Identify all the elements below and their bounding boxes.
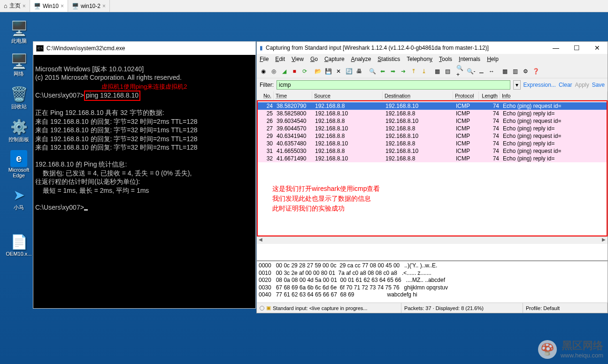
- tb-filters-icon[interactable]: ▦: [500, 67, 509, 76]
- app-icon: ➤: [9, 185, 28, 204]
- menu-view[interactable]: View: [292, 56, 304, 62]
- tab-label: win10-2: [81, 3, 100, 9]
- tb-close-icon[interactable]: ✕: [334, 67, 343, 76]
- save-button[interactable]: Save: [592, 82, 605, 88]
- packet-row[interactable]: 2940.6341940192.168.8.8192.168.8.10ICMP7…: [258, 132, 607, 140]
- tb-resize-icon[interactable]: ↔: [487, 67, 496, 76]
- menu-go[interactable]: Go: [310, 56, 318, 62]
- tb-reload-icon[interactable]: 🔄: [344, 67, 354, 76]
- scroll-left-icon[interactable]: ◀: [257, 237, 264, 244]
- tab-win10[interactable]: 🖥️ Win10 ×: [30, 0, 68, 12]
- status-profile[interactable]: Profile: Default: [523, 303, 608, 313]
- status-input[interactable]: ▣ Standard input: <live capture in progr…: [257, 303, 401, 313]
- home-icon: ⌂: [4, 2, 8, 9]
- minimize-button[interactable]: —: [548, 44, 563, 52]
- cmd-body[interactable]: Microsoft Windows [版本 10.0.10240] (c) 20…: [33, 55, 255, 222]
- close-icon[interactable]: ×: [61, 3, 64, 9]
- packet-list-header[interactable]: No. Time Source Destination Protocol Len…: [257, 91, 608, 100]
- packet-row[interactable]: 2739.6044570192.168.8.10192.168.8.8ICMP7…: [258, 125, 607, 132]
- tb-first-icon[interactable]: ⤒: [409, 67, 418, 76]
- menu-file[interactable]: FFileile: [260, 56, 269, 62]
- tb-zoom100-icon[interactable]: ⚊: [477, 67, 486, 76]
- packet-row[interactable]: 2438.5820790192.168.8.8192.168.8.10ICMP7…: [258, 102, 607, 110]
- tb-autoscroll-icon[interactable]: ▤: [443, 67, 452, 76]
- tb-rules-icon[interactable]: ▥: [510, 67, 520, 76]
- tb-print-icon[interactable]: 🖶: [354, 67, 364, 76]
- column-destination[interactable]: Destination: [383, 91, 453, 100]
- column-protocol[interactable]: Protocol: [453, 91, 479, 100]
- desktop-oem[interactable]: 📄OEM10.x...: [5, 232, 33, 257]
- tb-open-icon[interactable]: 📂: [313, 67, 323, 76]
- clear-button[interactable]: Clear: [559, 82, 572, 88]
- cmd-icon: C:\: [36, 45, 44, 52]
- menu-internals[interactable]: Internals: [459, 56, 480, 62]
- column-info[interactable]: Info: [500, 91, 608, 100]
- wireshark-window[interactable]: ▮ Capturing from Standard input [Wiresha…: [256, 41, 608, 313]
- packet-row[interactable]: 2538.5825800192.168.8.10192.168.8.8ICMP7…: [258, 110, 607, 117]
- tb-interfaces-icon[interactable]: ◉: [259, 67, 268, 76]
- tb-restart-icon[interactable]: ⟳: [300, 67, 309, 76]
- tb-zoomin-icon[interactable]: 🔍+: [456, 67, 465, 76]
- monitor-icon: 🖥️: [72, 3, 79, 9]
- tab-win10-2[interactable]: 🖥️ win10-2 ×: [68, 0, 110, 12]
- expression-button[interactable]: Expression...: [523, 82, 556, 88]
- cmd-line: 192.168.8.10 的 Ping 统计信息:: [35, 160, 127, 168]
- desktop-edge[interactable]: eMicrosoft Edge: [5, 150, 33, 178]
- menu-tools[interactable]: Tools: [439, 56, 452, 62]
- tb-start-icon[interactable]: ◢: [279, 67, 289, 76]
- ws-filter-bar: Filter: ▾ Expression... Clear Apply Save: [257, 78, 608, 91]
- tb-goto-icon[interactable]: ➜: [399, 67, 408, 76]
- packet-row[interactable]: 3241.6671490192.168.8.10192.168.8.8ICMP7…: [258, 155, 607, 162]
- tb-save-icon[interactable]: 💾: [323, 67, 333, 76]
- cmd-line: Microsoft Windows [版本 10.0.10240]: [35, 65, 144, 73]
- cmd-titlebar[interactable]: C:\ C:\Windows\system32\cmd.exe: [33, 42, 255, 55]
- horizontal-scrollbar[interactable]: ◀ ▶: [257, 236, 608, 244]
- cmd-window[interactable]: C:\ C:\Windows\system32\cmd.exe Microsof…: [33, 41, 256, 309]
- tb-find-icon[interactable]: 🔍: [368, 67, 377, 76]
- tab-home[interactable]: ⌂ 主页 ×: [0, 0, 30, 12]
- maximize-button[interactable]: ☐: [569, 44, 584, 52]
- desktop-this-pc[interactable]: 🖥️此电脑: [5, 19, 33, 45]
- hex-line: 0000 00 0c 29 28 27 59 00 0c 29 ca cc 77…: [259, 262, 606, 270]
- tb-last-icon[interactable]: ⤓: [419, 67, 429, 76]
- column-length[interactable]: Length: [479, 91, 500, 100]
- desktop-recycle-bin[interactable]: 🗑️回收站: [5, 84, 33, 110]
- scroll-right-icon[interactable]: ▶: [600, 237, 608, 244]
- tab-bar: ⌂ 主页 × 🖥️ Win10 × 🖥️ win10-2 ×: [0, 0, 608, 12]
- ws-titlebar[interactable]: ▮ Capturing from Standard input [Wiresha…: [257, 42, 608, 54]
- menu-telephony[interactable]: Telephony: [407, 56, 432, 62]
- close-icon[interactable]: ×: [102, 3, 106, 9]
- tab-label: 主页: [9, 2, 21, 10]
- column-no[interactable]: No.: [257, 91, 274, 100]
- desktop-xiaoma[interactable]: ➤小马: [5, 185, 33, 211]
- menu-edit[interactable]: Edit: [275, 56, 285, 62]
- close-icon[interactable]: ×: [23, 3, 26, 9]
- column-time[interactable]: Time: [274, 91, 312, 100]
- desktop-control-panel[interactable]: ⚙️控制面板: [5, 117, 33, 143]
- filter-dropdown[interactable]: ▾: [513, 80, 521, 90]
- tb-prefs-icon[interactable]: ⚙: [521, 67, 530, 76]
- desktop-network[interactable]: 🖥️网络: [5, 52, 33, 77]
- tb-help-icon[interactable]: ❓: [531, 67, 540, 76]
- menu-capture[interactable]: Capture: [324, 56, 345, 62]
- cmd-prompt: C:\Users\xy007>: [35, 91, 84, 99]
- packet-row[interactable]: 2639.6034540192.168.8.8192.168.8.10ICMP7…: [258, 117, 607, 125]
- packet-row[interactable]: 3040.6357480192.168.8.10192.168.8.8ICMP7…: [258, 140, 607, 147]
- close-button[interactable]: ✕: [590, 44, 605, 52]
- tb-options-icon[interactable]: ◎: [269, 67, 278, 76]
- menu-statistics[interactable]: Statistics: [377, 56, 400, 62]
- tb-stop-icon[interactable]: ■: [290, 67, 299, 76]
- tb-zoomout-icon[interactable]: 🔍-: [466, 67, 476, 76]
- packet-row[interactable]: 3141.6655030192.168.8.8192.168.8.10ICMP7…: [258, 147, 607, 155]
- filter-input[interactable]: [277, 80, 510, 90]
- tb-forward-icon[interactable]: ➡: [388, 67, 398, 76]
- tb-colorize-icon[interactable]: ▦: [432, 67, 442, 76]
- menu-analyze[interactable]: Analyze: [351, 56, 371, 62]
- icon-label: 网络: [14, 70, 24, 77]
- menu-help[interactable]: Help: [487, 56, 499, 62]
- column-source[interactable]: Source: [312, 91, 383, 100]
- watermark-title: 黑区网络: [561, 340, 603, 352]
- hex-pane[interactable]: 0000 00 0c 29 28 27 59 00 0c 29 ca cc 77…: [257, 260, 608, 303]
- tb-back-icon[interactable]: ⬅: [378, 67, 387, 76]
- apply-button[interactable]: Apply: [575, 82, 589, 88]
